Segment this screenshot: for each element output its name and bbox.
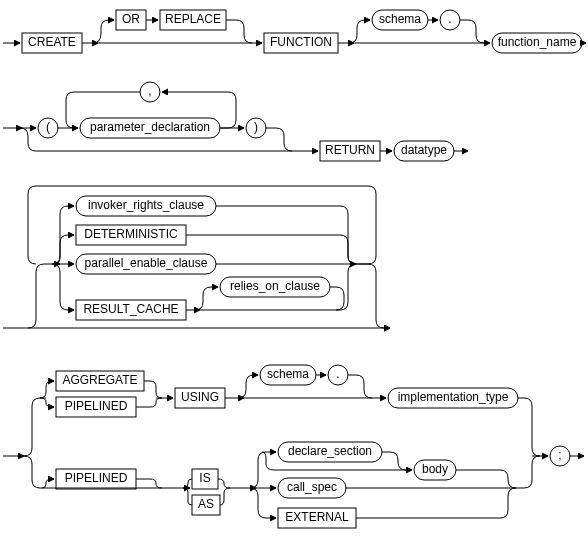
nt-body: body [422, 462, 448, 476]
kw-or: OR [122, 12, 140, 26]
kw-return: RETURN [325, 143, 375, 157]
nt-schema: schema [379, 12, 421, 26]
tok-dot: . [448, 12, 451, 26]
tok-lparen: ( [46, 120, 50, 134]
kw-is: IS [199, 471, 210, 485]
tok-semicolon: ; [558, 448, 561, 462]
nt-invoker-rights-clause: invoker_rights_clause [88, 198, 204, 212]
kw-create: CREATE [28, 35, 76, 49]
kw-pipelined: PIPELINED [65, 399, 128, 413]
kw-aggregate: AGGREGATE [62, 373, 137, 387]
kw-replace: REPLACE [165, 12, 221, 26]
nt-call-spec: call_spec [287, 480, 337, 494]
nt-relies-on-clause: relies_on_clause [230, 279, 320, 293]
tok-comma: , [148, 84, 151, 98]
tok-rparen: ) [254, 120, 258, 134]
kw-result-cache: RESULT_CACHE [83, 302, 178, 316]
kw-as: AS [198, 497, 214, 511]
nt-parallel-enable-clause: parallel_enable_clause [85, 256, 208, 270]
nt-implementation-type: implementation_type [398, 390, 509, 404]
nt-parameter-declaration: parameter_declaration [90, 120, 210, 134]
kw-deterministic: DETERMINISTIC [84, 227, 178, 241]
kw-using: USING [181, 390, 219, 404]
kw-function: FUNCTION [270, 35, 332, 49]
nt-function-name: function_name [498, 35, 577, 49]
nt-declare-section: declare_section [288, 444, 372, 458]
kw-pipelined2: PIPELINED [65, 471, 128, 485]
nt-schema2: schema [267, 367, 309, 381]
tok-dot2: . [336, 367, 339, 381]
kw-external: EXTERNAL [285, 510, 349, 524]
nt-datatype: datatype [401, 143, 447, 157]
